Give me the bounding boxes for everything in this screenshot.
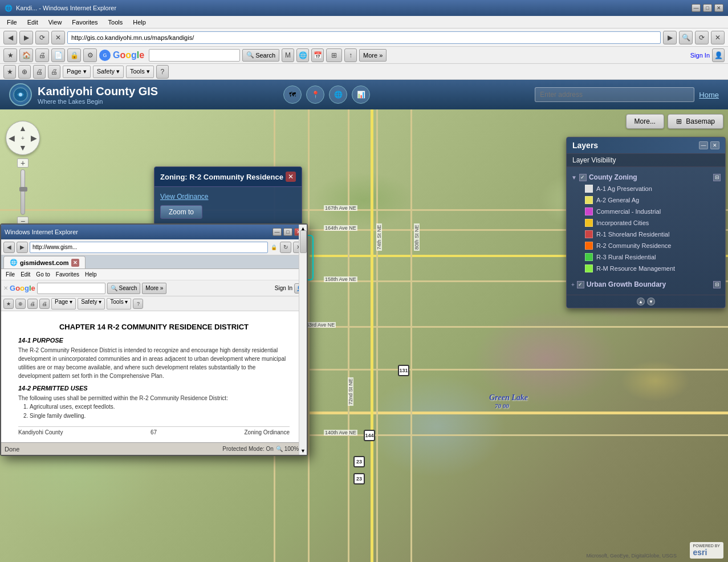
- inner-safety-menu[interactable]: Safety ▾: [78, 298, 105, 309]
- share-icon[interactable]: ↑: [344, 48, 357, 62]
- search-icon[interactable]: 🔍: [679, 31, 693, 44]
- inner-tab-gismidwest[interactable]: 🌐 gismidwest.com ✕: [3, 256, 86, 268]
- page-button[interactable]: 📄: [51, 48, 65, 62]
- header-icon-3[interactable]: 🌐: [329, 85, 347, 104]
- inner-minimize-button[interactable]: —: [273, 228, 282, 236]
- fav-star-button[interactable]: ★: [3, 65, 16, 79]
- ugb-checkbox[interactable]: ✓: [577, 281, 584, 288]
- forward-button[interactable]: ▶: [19, 31, 33, 44]
- account-icon[interactable]: 👤: [712, 48, 725, 62]
- pan-up[interactable]: ▲: [19, 124, 27, 133]
- inner-reload-button[interactable]: ↻: [280, 242, 291, 253]
- tools-button[interactable]: ⚙: [83, 48, 97, 62]
- inner-maximize-button[interactable]: □: [283, 228, 292, 236]
- close-button[interactable]: ✕: [714, 4, 723, 12]
- go-button[interactable]: ▶: [663, 31, 677, 44]
- layer-group-header-ugb[interactable]: + ✓ Urban Growth Boundary ⊟: [571, 279, 721, 290]
- county-zoning-config-btn[interactable]: ⊟: [713, 174, 721, 181]
- more-apps-icon[interactable]: ⊞: [326, 48, 342, 62]
- rss-button[interactable]: ⊕: [18, 65, 31, 79]
- scroll-thumb[interactable]: [300, 230, 307, 253]
- zoom-in-button[interactable]: +: [17, 158, 29, 168]
- ugb-config-btn[interactable]: ⊟: [713, 281, 721, 288]
- basemap-btn[interactable]: ⊞ Basemap: [668, 114, 723, 129]
- more-button[interactable]: More »: [359, 49, 387, 62]
- layer-group-header-county-zoning[interactable]: ▼ ✓ County Zoning ⊟: [571, 172, 721, 183]
- inner-menu-goto[interactable]: Go to: [34, 271, 52, 278]
- tools-menu-button[interactable]: Tools ▾: [126, 66, 154, 78]
- app-address-input[interactable]: [535, 87, 694, 102]
- more-btn[interactable]: More...: [626, 114, 664, 129]
- sign-in-link[interactable]: Sign In: [690, 52, 710, 59]
- popup-close-button[interactable]: ✕: [286, 172, 296, 182]
- view-ordinance-link[interactable]: View Ordinance: [160, 193, 296, 201]
- inner-favstar-button[interactable]: ★: [3, 299, 14, 309]
- layers-scroll-up[interactable]: ▲: [637, 298, 645, 306]
- inner-print2-button[interactable]: 🖨: [39, 299, 50, 309]
- gmail-icon[interactable]: M: [282, 48, 294, 62]
- menu-file[interactable]: File: [2, 18, 22, 27]
- layers-minimize-button[interactable]: —: [699, 141, 708, 149]
- pan-left[interactable]: ◀: [9, 133, 15, 142]
- maximize-button[interactable]: □: [703, 4, 712, 12]
- inner-more-button[interactable]: More »: [142, 283, 166, 294]
- zoom-slider-thumb[interactable]: [19, 187, 27, 192]
- inner-rss-button[interactable]: ⊕: [15, 299, 26, 309]
- calendar-icon[interactable]: 📅: [311, 48, 324, 62]
- menu-view[interactable]: View: [44, 18, 67, 27]
- home-nav-button[interactable]: 🏠: [19, 48, 33, 62]
- header-icon-2[interactable]: 📍: [306, 85, 324, 104]
- home-link[interactable]: Home: [699, 91, 719, 99]
- favorites-button[interactable]: ★: [3, 48, 17, 62]
- inner-address-bar[interactable]: [30, 242, 268, 253]
- reload-button[interactable]: ⟳: [35, 31, 49, 44]
- google-search-button[interactable]: 🔍 Search: [242, 49, 279, 62]
- layers-scroll-down[interactable]: ▼: [647, 298, 655, 306]
- page-menu-button[interactable]: Page ▾: [63, 66, 91, 78]
- inner-page-menu[interactable]: Page ▾: [51, 298, 76, 309]
- menu-tools[interactable]: Tools: [104, 18, 128, 27]
- zoom-to-button[interactable]: Zoom to: [160, 205, 202, 219]
- inner-print-button[interactable]: 🖨: [27, 299, 38, 309]
- stop-button[interactable]: ✕: [51, 31, 65, 44]
- menu-favorites[interactable]: Favorites: [67, 18, 102, 27]
- inner-google-search[interactable]: [37, 283, 105, 294]
- inner-menu-favorites[interactable]: Favorites: [54, 271, 82, 278]
- pan-right[interactable]: ▶: [31, 133, 37, 142]
- inner-close-x[interactable]: ✕: [3, 285, 8, 291]
- inner-scrollbar[interactable]: ▲ ▼: [299, 225, 307, 455]
- header-icon-4[interactable]: 📊: [352, 85, 370, 104]
- minimize-button[interactable]: —: [692, 4, 701, 12]
- map-container[interactable]: 131 23 23 144 Green Lake 70 00 167th Ave…: [0, 109, 728, 562]
- inner-menu-file[interactable]: File: [3, 271, 17, 278]
- stop-icon[interactable]: ✕: [711, 31, 725, 44]
- inner-signin-link[interactable]: Sign In: [275, 285, 292, 291]
- help-button[interactable]: ?: [156, 65, 169, 79]
- inner-search-button[interactable]: 🔍 Search: [107, 283, 140, 294]
- safety-button[interactable]: 🔒: [67, 48, 81, 62]
- county-zoning-checkbox[interactable]: ✓: [579, 174, 587, 181]
- menu-edit[interactable]: Edit: [23, 18, 43, 27]
- google-search-input[interactable]: [149, 49, 240, 62]
- inner-menu-help[interactable]: Help: [83, 271, 99, 278]
- print2-button[interactable]: 🖨: [33, 65, 46, 79]
- refresh-icon[interactable]: ⟳: [695, 31, 709, 44]
- print3-button[interactable]: 🖨: [48, 65, 60, 79]
- header-icon-1[interactable]: 🗺: [283, 85, 302, 104]
- inner-menu-edit[interactable]: Edit: [18, 271, 32, 278]
- scroll-down-arrow[interactable]: ▼: [299, 447, 307, 455]
- globe-icon[interactable]: 🌐: [296, 48, 309, 62]
- layers-close-button[interactable]: ✕: [710, 141, 719, 149]
- compass-rose[interactable]: ▲ ▼ ◀ ▶ +: [6, 121, 40, 155]
- menu-help[interactable]: Help: [128, 18, 151, 27]
- inner-tools-menu[interactable]: Tools ▾: [107, 298, 131, 309]
- pan-down[interactable]: ▼: [19, 143, 27, 152]
- back-button[interactable]: ◀: [3, 31, 17, 44]
- address-bar[interactable]: [67, 31, 661, 44]
- inner-back-button[interactable]: ◀: [3, 242, 15, 253]
- inner-help-button[interactable]: ?: [133, 299, 143, 309]
- zoom-slider-track[interactable]: [21, 169, 25, 215]
- safety-menu-button[interactable]: Safety ▾: [93, 66, 124, 78]
- print-button[interactable]: 🖨: [35, 48, 49, 62]
- inner-tab-close[interactable]: ✕: [71, 259, 79, 267]
